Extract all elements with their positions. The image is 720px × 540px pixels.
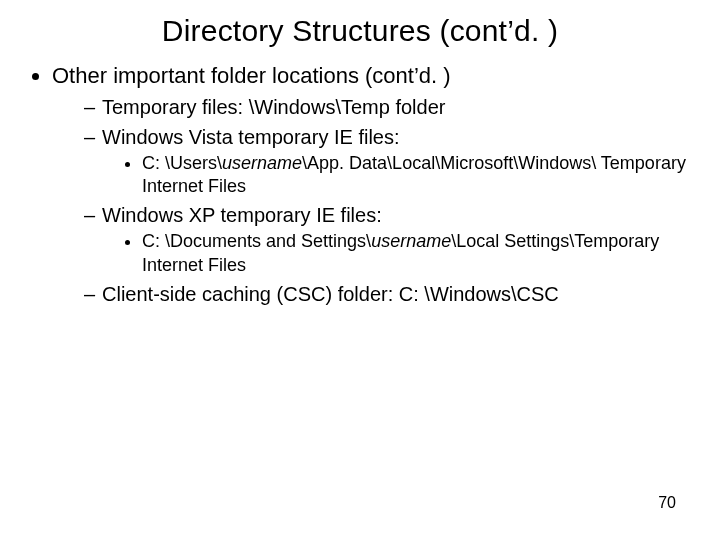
- bullet-text: C: \Users\: [142, 153, 222, 173]
- italic-text: username: [222, 153, 302, 173]
- list-item: C: \Documents and Settings\username\Loca…: [142, 230, 696, 277]
- slide-title: Directory Structures (cont’d. ): [24, 14, 696, 48]
- bullet-list-level1: Other important folder locations (cont’d…: [24, 62, 696, 307]
- bullet-text: Other important folder locations (cont’d…: [52, 63, 451, 88]
- bullet-text: Temporary files: \Windows\Temp folder: [102, 96, 445, 118]
- bullet-text: Windows Vista temporary IE files:: [102, 126, 400, 148]
- bullet-text: C: \Documents and Settings\: [142, 231, 371, 251]
- list-item: Client-side caching (CSC) folder: C: \Wi…: [86, 281, 696, 307]
- italic-text: username: [371, 231, 451, 251]
- bullet-list-level3: C: \Documents and Settings\username\Loca…: [102, 230, 696, 277]
- bullet-text: Client-side caching (CSC) folder: C: \Wi…: [102, 283, 559, 305]
- list-item: C: \Users\username\App. Data\Local\Micro…: [142, 152, 696, 199]
- list-item: Windows XP temporary IE files: C: \Docum…: [86, 202, 696, 277]
- slide: Directory Structures (cont’d. ) Other im…: [0, 0, 720, 540]
- bullet-list-level2: Temporary files: \Windows\Temp folder Wi…: [52, 94, 696, 308]
- list-item: Windows Vista temporary IE files: C: \Us…: [86, 124, 696, 199]
- list-item: Other important folder locations (cont’d…: [52, 62, 696, 307]
- list-item: Temporary files: \Windows\Temp folder: [86, 94, 696, 120]
- bullet-list-level3: C: \Users\username\App. Data\Local\Micro…: [102, 152, 696, 199]
- page-number: 70: [658, 494, 676, 512]
- bullet-text: Windows XP temporary IE files:: [102, 204, 382, 226]
